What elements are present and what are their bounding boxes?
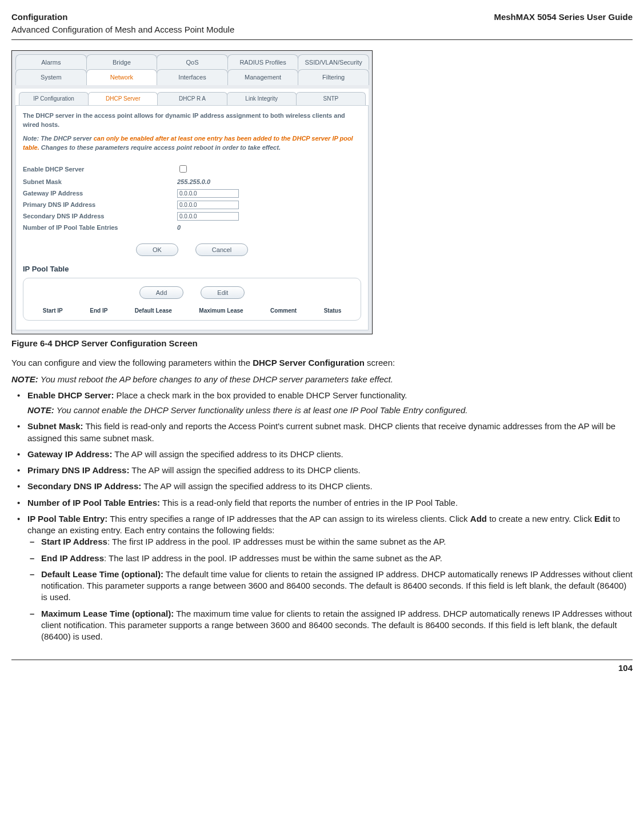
screenshot-dhcp-server: Alarms Bridge QoS RADIUS Profiles SSID/V…	[11, 50, 373, 335]
tab-alarms[interactable]: Alarms	[15, 54, 87, 70]
dash-start-label: Start IP Address	[41, 537, 107, 546]
panel-description: The DHCP server in the access point allo…	[23, 111, 361, 130]
label-pool-entries: Number of IP Pool Table Entries	[23, 223, 177, 232]
intro-bold: DHCP Server Configuration	[253, 358, 365, 367]
add-button[interactable]: Add	[139, 286, 184, 299]
note-text: You must reboot the AP before changes to…	[41, 374, 393, 384]
input-gateway-ip[interactable]	[177, 189, 239, 198]
tab-filtering[interactable]: Filtering	[298, 69, 369, 85]
bullet-subnet-mask: Subnet Mask: This field is read-only and…	[11, 421, 633, 444]
checkbox-enable-dhcp[interactable]	[179, 165, 187, 173]
col-start-ip: Start IP	[43, 307, 63, 315]
panel-note-suffix: Changes to these parameters require acce…	[39, 144, 281, 151]
header-right: MeshMAX 5054 Series User Guide	[494, 11, 633, 23]
label-primary-dns: Primary DNS IP Address	[23, 201, 177, 209]
input-secondary-dns[interactable]	[177, 212, 239, 221]
tab-interfaces[interactable]: Interfaces	[157, 69, 228, 85]
subtab-dhcp-server[interactable]: DHCP Server	[88, 92, 158, 105]
tab-system[interactable]: System	[15, 69, 87, 85]
bullet-enable-label: Enable DHCP Server:	[27, 390, 114, 400]
bullet-enable-dhcp: Enable DHCP Server: Place a check mark i…	[11, 390, 633, 417]
label-gateway-ip: Gateway IP Address	[23, 189, 177, 198]
subtab-link-integrity[interactable]: Link Integrity	[227, 92, 297, 105]
panel-note-prefix: Note: The DHCP server	[23, 135, 92, 142]
bullet-pool-add: Add	[470, 514, 487, 524]
bullet-secondary-dns: Secondary DNS IP Address: The AP will as…	[11, 481, 633, 492]
bullet-enable-note-text: You cannot enable the DHCP Server functi…	[57, 405, 468, 415]
intro-post: screen:	[365, 358, 395, 367]
intro-paragraph: You can configure and view the following…	[11, 357, 633, 369]
col-default-lease: Default Lease	[135, 307, 172, 315]
note-reboot: NOTE: You must reboot the AP before chan…	[11, 374, 633, 385]
bullet-enable-text: Place a check mark in the box provided t…	[114, 390, 407, 400]
dash-default-lease: Default Lease Time (optional): The defau…	[27, 569, 633, 604]
dash-dlease-label: Default Lease Time (optional):	[41, 569, 163, 579]
col-end-ip: End IP	[90, 307, 107, 315]
value-pool-entries: 0	[177, 223, 181, 232]
subtab-ip-configuration[interactable]: IP Configuration	[19, 92, 89, 105]
tab-bridge[interactable]: Bridge	[86, 54, 158, 70]
col-status: Status	[324, 307, 342, 315]
subtab-dhcp-ra[interactable]: DHCP R A	[157, 92, 227, 105]
ip-pool-table-title: IP Pool Table	[23, 264, 361, 274]
value-subnet-mask: 255.255.0.0	[177, 178, 210, 186]
tab-radius-profiles[interactable]: RADIUS Profiles	[227, 54, 299, 70]
bullet-gateway: Gateway IP Address: The AP will assign t…	[11, 449, 633, 460]
col-maximum-lease: Maximum Lease	[199, 307, 243, 315]
bullet-num-label: Number of IP Pool Table Entries:	[27, 498, 160, 508]
bullet-num-entries: Number of IP Pool Table Entries: This is…	[11, 497, 633, 509]
note-label: NOTE:	[11, 374, 38, 384]
divider	[11, 39, 633, 40]
bullet-primary-dns: Primary DNS IP Address: The AP will assi…	[11, 465, 633, 476]
tab-network[interactable]: Network	[86, 69, 158, 85]
bullet-num-text: This is a read-only field that reports t…	[160, 498, 458, 508]
edit-button[interactable]: Edit	[201, 286, 245, 299]
bullet-pdns-label: Primary DNS IP Address:	[27, 465, 129, 475]
bullet-pool-edit: Edit	[594, 514, 610, 524]
dash-end-ip: End IP Address: The last IP address in t…	[27, 553, 633, 564]
bullet-gateway-text: The AP will assign the specified address…	[112, 449, 343, 459]
tab-qos[interactable]: QoS	[157, 54, 228, 70]
cancel-button[interactable]: Cancel	[195, 243, 248, 256]
figure-caption: Figure 6-4 DHCP Server Configuration Scr…	[11, 338, 633, 349]
bullet-subnet-label: Subnet Mask:	[27, 421, 83, 431]
subtab-sntp[interactable]: SNTP	[296, 92, 366, 105]
bullet-gateway-label: Gateway IP Address:	[27, 449, 112, 459]
label-subnet-mask: Subnet Mask	[23, 178, 177, 186]
dash-start-ip: Start IP Address: The first IP address i…	[27, 536, 633, 548]
panel-note: Note: The DHCP server can only be enable…	[23, 134, 361, 153]
page-number: 104	[11, 660, 633, 674]
bullet-sdns-text: The AP will assign the specified address…	[141, 481, 372, 491]
header-left: Configuration	[11, 11, 67, 23]
bullet-pool-label: IP Pool Table Entry:	[27, 514, 107, 524]
bullet-pool-t1: This entry specifies a range of IP addre…	[107, 514, 470, 524]
bullet-subnet-text: This field is read-only and reports the …	[27, 421, 615, 442]
header-sub: Advanced Configuration of Mesh and Acces…	[11, 24, 633, 35]
dash-maximum-lease: Maximum Lease Time (optional): The maxim…	[27, 608, 633, 643]
dash-end-text: : The last IP address in the pool. IP ad…	[104, 553, 442, 563]
ok-button[interactable]: OK	[136, 243, 178, 256]
dash-end-label: End IP Address	[41, 553, 104, 563]
bullet-ip-pool-entry: IP Pool Table Entry: This entry specifie…	[11, 513, 633, 643]
bullet-pool-t2: to create a new entry. Click	[487, 514, 594, 524]
tab-management[interactable]: Management	[227, 69, 299, 85]
intro-pre: You can configure and view the following…	[11, 358, 253, 367]
bullet-enable-note-label: NOTE:	[27, 405, 54, 415]
bullet-sdns-label: Secondary DNS IP Address:	[27, 481, 141, 491]
label-secondary-dns: Secondary DNS IP Address	[23, 212, 177, 221]
label-enable-dhcp: Enable DHCP Server	[23, 165, 177, 174]
bullet-pdns-text: The AP will assign the specified address…	[129, 465, 360, 475]
dash-start-text: : The first IP address in the pool. IP a…	[107, 537, 446, 546]
tab-ssid-vlan-security[interactable]: SSID/VLAN/Security	[298, 54, 369, 70]
input-primary-dns[interactable]	[177, 201, 239, 209]
col-comment: Comment	[270, 307, 297, 315]
ip-pool-table-box: Add Edit Start IP End IP Default Lease M…	[23, 278, 361, 321]
dash-mlease-label: Maximum Lease Time (optional):	[41, 609, 174, 618]
